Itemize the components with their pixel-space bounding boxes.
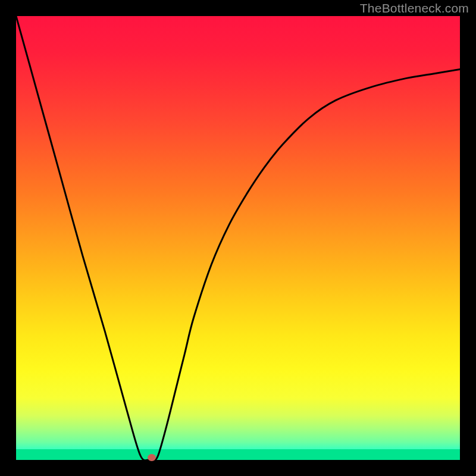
curve-svg bbox=[16, 16, 460, 460]
bottleneck-curve-path bbox=[16, 16, 460, 460]
watermark-text: TheBottleneck.com bbox=[360, 1, 469, 15]
plot-area bbox=[16, 16, 460, 460]
curve-minimum-marker bbox=[148, 454, 156, 461]
chart-frame: TheBottleneck.com bbox=[0, 0, 476, 476]
